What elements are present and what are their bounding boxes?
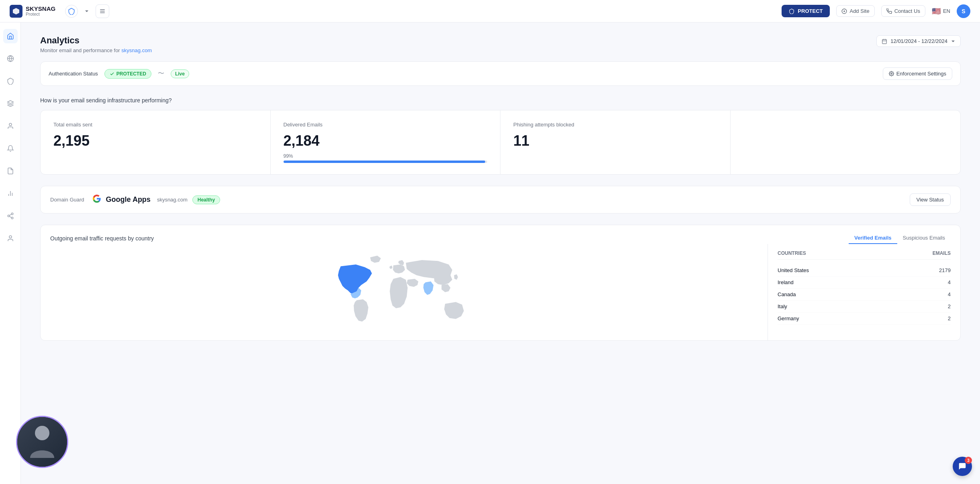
view-status-button[interactable]: View Status — [910, 193, 951, 206]
country-italy: Italy — [778, 303, 787, 309]
globe-icon — [7, 55, 14, 62]
person-svg — [26, 422, 58, 462]
page-subtitle: Monitor email and performance for skysna… — [40, 47, 152, 53]
chat-badge: 3 — [965, 457, 972, 464]
logo-svg — [12, 7, 20, 15]
page-header-left: Analytics Monitor email and performance … — [40, 35, 152, 53]
date-range-text: 12/01/2024 - 12/22/2024 — [890, 38, 947, 44]
sidebar-item-globe[interactable] — [3, 51, 18, 66]
svg-rect-2 — [100, 11, 105, 12]
svg-point-13 — [11, 217, 13, 219]
page-title: Analytics — [40, 35, 152, 46]
shield-nav-icon — [7, 77, 14, 85]
table-row: Canada 4 — [778, 289, 951, 301]
analytics-icon — [7, 190, 14, 197]
col-header-countries: Countries — [778, 250, 806, 256]
emails-us: 2179 — [939, 267, 951, 273]
se-asia-path — [441, 284, 450, 292]
tab-verified-emails[interactable]: Verified Emails — [849, 232, 897, 244]
chat-button[interactable]: 3 — [953, 457, 972, 476]
avatar-initial: S — [962, 8, 965, 14]
enforcement-settings-button[interactable]: Enforcement Settings — [883, 67, 952, 80]
sidebar-item-report[interactable] — [3, 164, 18, 178]
map-section-label: Outgoing email traffic requests by count… — [50, 235, 154, 242]
africa-path — [390, 277, 407, 308]
sidebar-item-user-circle[interactable] — [3, 231, 18, 246]
protect-button[interactable]: PROTECT — [782, 5, 830, 17]
map-tabs: Verified Emails Suspicious Emails — [849, 232, 951, 244]
user-circle-icon — [7, 235, 14, 242]
plus-icon — [841, 8, 847, 14]
wave-icon: 〜 — [158, 69, 164, 78]
progress-bar-bg — [284, 161, 488, 163]
map-visual — [41, 244, 768, 340]
svg-point-12 — [8, 215, 10, 217]
language-selector[interactable]: 🇺🇸 EN — [932, 7, 950, 16]
add-site-button[interactable]: Add Site — [836, 5, 874, 17]
emails-italy: 2 — [948, 303, 951, 309]
share-icon — [7, 212, 14, 220]
table-row: Ireland 4 — [778, 277, 951, 289]
healthy-text: Healthy — [198, 197, 215, 203]
shield-badge-btn[interactable] — [65, 5, 78, 18]
stat-card-empty — [731, 110, 961, 174]
main-content: Analytics Monitor email and performance … — [21, 22, 980, 484]
india-path — [423, 281, 433, 295]
country-germany: Germany — [778, 315, 799, 321]
sidebar-item-home[interactable] — [3, 29, 18, 43]
svg-point-7 — [9, 123, 12, 126]
sidebar-item-shield[interactable] — [3, 74, 18, 88]
user-avatar[interactable]: S — [957, 4, 970, 18]
protect-label: PROTECT — [798, 8, 823, 14]
google-apps-text: Google Apps — [106, 195, 151, 204]
svg-marker-0 — [13, 8, 19, 14]
stat-label-delivered: Delivered Emails — [284, 122, 488, 128]
webcam-overlay — [16, 416, 68, 468]
logo-name: SKYSNAG — [26, 6, 55, 12]
sidebar-item-layers[interactable] — [3, 96, 18, 111]
australia-path — [444, 302, 464, 319]
sidebar-item-user[interactable] — [3, 119, 18, 133]
domain-guard-card: Domain Guard Google Apps skysnag.com Hea… — [40, 186, 961, 214]
logo-sub: Protect — [26, 12, 55, 16]
svg-line-14 — [9, 216, 11, 218]
map-header: Outgoing email traffic requests by count… — [41, 225, 960, 244]
date-range-picker[interactable]: 12/01/2024 - 12/22/2024 — [876, 35, 961, 47]
country-canada: Canada — [778, 291, 796, 297]
check-icon — [110, 71, 114, 76]
stats-row: Total emails sent 2,195 Delivered Emails… — [40, 110, 961, 175]
uk-path — [390, 266, 393, 269]
user-icon — [7, 122, 14, 130]
map-section: Outgoing email traffic requests by count… — [40, 225, 961, 341]
svg-point-21 — [891, 73, 892, 74]
stat-card-total: Total emails sent 2,195 — [41, 110, 271, 174]
protect-shield-icon — [789, 8, 794, 14]
table-header: Countries Emails — [778, 250, 951, 260]
shield-dropdown[interactable] — [84, 9, 89, 14]
emails-germany: 2 — [948, 315, 951, 321]
logo-icon — [10, 5, 22, 18]
contact-us-button[interactable]: Contact Us — [881, 5, 925, 17]
home-icon — [7, 33, 14, 40]
europe-path — [393, 264, 405, 273]
stat-label-total: Total emails sent — [53, 122, 257, 128]
svg-line-15 — [9, 214, 11, 216]
middle-east-path — [407, 279, 419, 287]
table-row: Italy 2 — [778, 301, 951, 313]
tab-suspicious-emails[interactable]: Suspicious Emails — [897, 232, 951, 244]
auth-status-label: Authentication Status — [49, 71, 98, 77]
svg-point-16 — [9, 236, 12, 238]
menu-button[interactable] — [96, 4, 109, 18]
domain-link[interactable]: skysnag.com — [121, 47, 152, 53]
north-america-path — [338, 264, 372, 294]
stat-value-delivered: 2,184 — [284, 132, 488, 149]
live-text: Live — [175, 71, 185, 77]
svg-rect-17 — [882, 39, 887, 44]
sidebar-item-analytics[interactable] — [3, 186, 18, 201]
page-subtitle-text: Monitor email and performance for — [40, 47, 120, 53]
progress-bar-fill — [284, 161, 485, 163]
sidebar-item-share[interactable] — [3, 209, 18, 223]
sidebar-item-bell[interactable] — [3, 141, 18, 156]
progress-pct: 99% — [284, 153, 488, 159]
stat-value-phishing: 11 — [513, 132, 717, 149]
